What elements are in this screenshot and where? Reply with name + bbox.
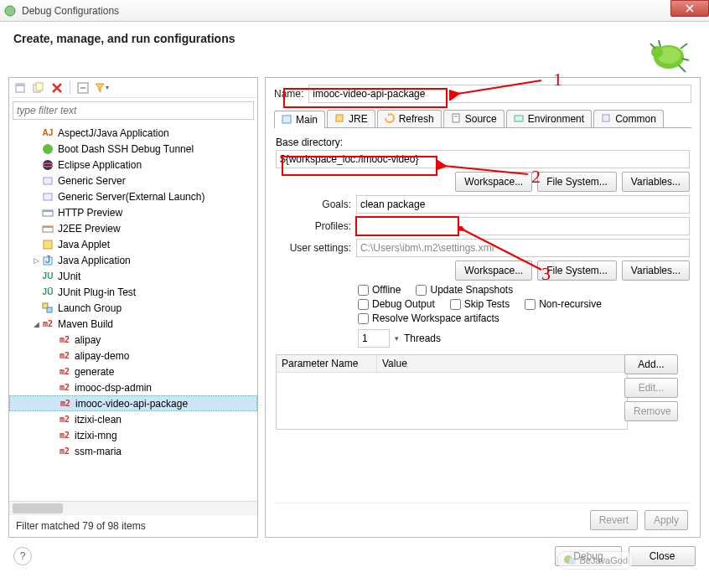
close-dialog-button[interactable]: Close (629, 546, 696, 566)
svg-point-3 (651, 46, 663, 58)
tree-item[interactable]: JŪJUnit Plug-in Test (9, 284, 257, 300)
wechat-icon (563, 554, 577, 567)
tree-item-label: Java Application (58, 255, 131, 266)
base-dir-input[interactable] (276, 150, 690, 168)
revert-button[interactable]: Revert (590, 510, 638, 530)
tree-item[interactable]: ◢m2Maven Build (9, 316, 257, 332)
main-tab-content: Base directory: Workspace... File System… (274, 133, 691, 498)
boot-icon (41, 142, 54, 156)
config-tree[interactable]: AJAspectJ/Java ApplicationBoot Dash SSH … (9, 123, 257, 501)
eclipse-icon (41, 158, 54, 172)
tree-item[interactable]: HTTP Preview (9, 204, 257, 220)
tab-common[interactable]: Common (593, 110, 664, 127)
grp-icon (41, 302, 54, 315)
config-detail-pane: Name: MainJRERefreshSourceEnvironmentCom… (265, 77, 701, 538)
tree-item-label: itzixi-clean (75, 414, 122, 426)
duplicate-icon[interactable] (31, 80, 46, 95)
tree-item[interactable]: Generic Server (9, 173, 257, 188)
svg-rect-19 (44, 193, 52, 200)
tab-environment[interactable]: Environment (506, 110, 592, 127)
svg-rect-30 (336, 115, 343, 121)
variables-button-2[interactable]: Variables... (622, 260, 690, 281)
tab-source[interactable]: Source (443, 110, 505, 127)
tree-item[interactable]: m2itzixi-mng (9, 427, 257, 443)
workspace-button[interactable]: Workspace... (455, 172, 532, 192)
non-recursive-checkbox[interactable]: Non-recursive (525, 298, 602, 310)
tree-item[interactable]: Launch Group (9, 300, 257, 316)
window-title: Debug Configurations (22, 5, 119, 17)
m2-icon: m2 (41, 317, 54, 331)
filesystem-button[interactable]: File System... (537, 172, 617, 192)
detail-tabs: MainJRERefreshSourceEnvironmentCommon (274, 110, 691, 128)
tree-item[interactable]: m2generate (9, 364, 257, 379)
edit-param-button[interactable]: Edit... (624, 378, 678, 398)
tab-refresh[interactable]: Refresh (377, 110, 442, 127)
tree-item-label: alipay-demo (75, 350, 129, 362)
tab-icon (451, 113, 463, 125)
tree-item-label: Launch Group (58, 302, 122, 314)
new-config-icon[interactable] (13, 80, 28, 95)
tree-item[interactable]: m2imooc-dsp-admin (9, 379, 257, 395)
param-name-header: Parameter Name (277, 355, 377, 372)
m2-icon: m2 (58, 381, 71, 395)
debug-output-checkbox[interactable]: Debug Output (358, 298, 435, 310)
tree-item[interactable]: JUJUnit (9, 268, 257, 284)
tab-main[interactable]: Main (274, 111, 325, 128)
tab-icon (282, 114, 293, 126)
svg-point-39 (569, 558, 576, 565)
tree-item-label: Maven Build (58, 318, 113, 330)
filter-input[interactable] (13, 101, 254, 120)
j2ee-icon (41, 222, 54, 235)
tree-item-label: AspectJ/Java Application (58, 127, 169, 139)
delete-icon[interactable] (49, 80, 65, 95)
tab-label: Common (615, 113, 656, 125)
tree-item[interactable]: Generic Server(External Launch) (9, 188, 257, 204)
tab-jre[interactable]: JRE (327, 110, 375, 127)
tree-hscroll[interactable] (9, 501, 257, 514)
goals-input[interactable] (356, 195, 690, 214)
svg-rect-29 (282, 116, 291, 123)
tree-item[interactable]: m2itzixi-clean (9, 411, 257, 427)
workspace-button-2[interactable]: Workspace... (455, 260, 532, 281)
tree-item-label: Generic Server (58, 175, 126, 187)
expand-icon[interactable] (75, 80, 91, 95)
tab-icon (385, 113, 396, 125)
apply-button[interactable]: Apply (644, 510, 688, 530)
parameter-table[interactable]: Parameter Name Value (276, 354, 628, 430)
tab-icon (601, 113, 613, 125)
name-input[interactable] (308, 85, 691, 103)
help-icon[interactable]: ? (13, 547, 32, 565)
tree-item[interactable]: AJAspectJ/Java Application (9, 125, 257, 141)
offline-checkbox[interactable]: Offline (358, 284, 401, 296)
tab-icon (334, 113, 346, 125)
srv-icon (41, 190, 54, 204)
resolve-workspace-checkbox[interactable]: Resolve Workspace artifacts (358, 312, 499, 324)
tree-item[interactable]: m2ssm-maria (9, 443, 257, 459)
svg-rect-10 (17, 85, 23, 86)
tree-item[interactable]: Eclipse Application (9, 157, 257, 173)
tree-item[interactable]: m2alipay (9, 332, 257, 348)
profiles-input[interactable] (356, 217, 690, 235)
add-param-button[interactable]: Add... (624, 354, 678, 374)
tree-item-label: HTTP Preview (58, 207, 122, 219)
tree-item-label: generate (75, 366, 114, 378)
filter-status: Filter matched 79 of 98 items (9, 514, 257, 537)
close-button[interactable] (670, 0, 709, 17)
tree-item[interactable]: m2imooc-video-api-package (9, 395, 257, 411)
tree-item[interactable]: Boot Dash SSH Debug Tunnel (9, 141, 257, 157)
skip-tests-checkbox[interactable]: Skip Tests (450, 298, 510, 310)
filter-icon[interactable]: ▾ (94, 80, 109, 95)
tree-item[interactable]: ▷JJava Application (9, 252, 257, 268)
tree-item[interactable]: Java Applet (9, 236, 257, 252)
tree-item[interactable]: m2alipay-demo (9, 348, 257, 364)
variables-button[interactable]: Variables... (622, 172, 690, 192)
tree-item[interactable]: J2EE Preview (9, 220, 257, 236)
filesystem-button-2[interactable]: File System... (537, 260, 617, 281)
update-snapshots-checkbox[interactable]: Update Snapshots (416, 284, 513, 296)
svg-line-4 (650, 44, 655, 49)
remove-param-button[interactable]: Remove (624, 401, 678, 421)
srv-icon (41, 174, 54, 188)
threads-spinner[interactable] (358, 329, 390, 348)
user-settings-input[interactable] (356, 239, 690, 257)
svg-rect-34 (603, 115, 609, 121)
